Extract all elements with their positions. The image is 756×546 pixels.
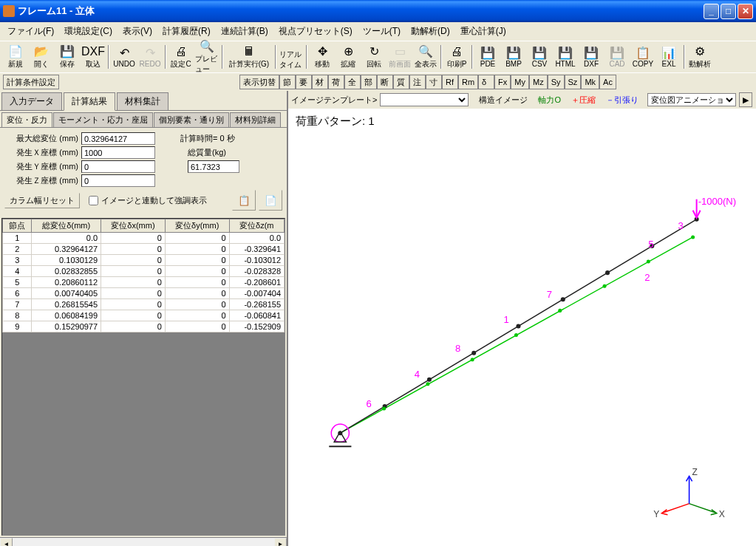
display-toggle-表示切替[interactable]: 表示切替 [239,75,279,89]
table-header[interactable]: 変位δz(m [229,219,284,233]
export-button-1[interactable]: 📋 [232,190,256,211]
display-toggle-Mk[interactable]: Mk [581,75,599,89]
display-toggle-Rf[interactable]: Rf [442,75,458,89]
display-toggle-要[interactable]: 要 [296,75,312,89]
h-scrollbar[interactable]: ◄ ► [0,537,287,546]
display-toggle-Fx[interactable]: Fx [494,75,511,89]
tab-材料集計[interactable]: 材料集計 [117,92,168,110]
display-toggle-Sy[interactable]: Sy [548,75,565,89]
display-toggle-My[interactable]: My [511,75,529,89]
column-reset-button[interactable]: カラム幅リセット [4,193,80,208]
y-coord-value[interactable] [81,160,155,173]
display-toggle-断[interactable]: 断 [377,75,393,89]
toolbar-リアルタイム[interactable]: リアルタイム [279,43,304,71]
results-table-container[interactable]: 節点総変位δ(mm)変位δx(mm)変位δy(mm)変位δz(m10.0000.… [1,218,285,536]
svg-point-16 [514,333,518,337]
toolbar-DXF[interactable]: 💾DXF [579,43,604,71]
toolbar-HTML[interactable]: 💾HTML [553,43,578,71]
table-row[interactable]: 10.0000.0 [3,233,285,244]
menu-item[interactable]: ファイル(F) [3,24,58,39]
tab-入力データ[interactable]: 入力データ [1,92,62,110]
toolbar-EXL[interactable]: 📊EXL [656,43,681,71]
display-toggle-Ac[interactable]: Ac [599,75,616,89]
display-toggle-注[interactable]: 注 [409,75,426,89]
secondary-toolbar: 計算条件設定 表示切替節要材荷全部断質注寸RfRmδFxMyMzSySzMkAc [0,72,756,91]
svg-line-24 [663,504,689,513]
toolbar-PDE[interactable]: 💾PDE [475,43,500,71]
toolbar-回転[interactable]: ↻回転 [361,43,386,71]
toolbar-動解析[interactable]: ⚙動解析 [687,43,712,71]
table-row[interactable]: 80.0608419900-0.060841 [3,310,285,321]
toolbar-設定C[interactable]: 🖨設定C [168,43,194,71]
toolbar-プレビュー[interactable]: 🔍プレビュー [194,43,219,71]
toolbar-新規[interactable]: 📄新規 [3,43,28,71]
menu-item[interactable]: 計算履歴(R) [158,24,215,39]
table-row[interactable]: 60.0074040500-0.007404 [3,288,285,299]
display-toggle-Sz[interactable]: Sz [565,75,582,89]
max-disp-value[interactable] [81,132,155,145]
display-toggle-質[interactable]: 質 [393,75,409,89]
toolbar-印刷P[interactable]: 🖨印刷P [444,43,469,71]
display-toggle-材[interactable]: 材 [312,75,328,89]
toolbar-移動[interactable]: ✥移動 [310,43,335,71]
max-disp-label: 最大総変位 (mm) [4,133,78,144]
close-button[interactable]: ✕ [738,4,753,19]
table-row[interactable]: 20.3296412700-0.329641 [3,244,285,255]
table-row[interactable]: 90.1529097700-0.152909 [3,321,285,332]
subtab-モーメント・応力・座屈[interactable]: モーメント・応力・座屈 [53,112,153,127]
menu-item[interactable]: 環境設定(C) [60,24,117,39]
display-toggle-Mz[interactable]: Mz [529,75,548,89]
subtab-変位・反力[interactable]: 変位・反力 [1,112,52,127]
table-header[interactable]: 変位δy(mm) [165,219,229,233]
z-coord-value[interactable] [81,174,155,187]
export-button-2[interactable]: 📄 [259,190,282,211]
toolbar-全表示[interactable]: 🔍全表示 [413,43,438,71]
table-row[interactable]: 50.2086011200-0.208601 [3,277,285,288]
scroll-left-button[interactable]: ◄ [0,538,13,546]
menu-item[interactable]: 表示(V) [118,24,157,39]
toolbar-COPY[interactable]: 📋COPY [630,43,655,71]
menu-item[interactable]: 重心計算(J) [456,24,511,39]
toolbar-UNDO[interactable]: ↶UNDO [112,43,137,71]
toolbar-CSV[interactable]: 💾CSV [527,43,552,71]
animation-select[interactable]: 変位図アニメーション表示 [647,93,736,106]
table-header[interactable]: 変位δx(mm) [101,219,166,233]
toolbar-計算実行(G)[interactable]: 🖩計算実行(G) [225,43,273,71]
x-coord-value[interactable] [81,146,155,159]
canvas[interactable]: 荷重パターン: 1 [288,109,756,546]
menu-item[interactable]: 視点プリセット(S) [274,24,357,39]
display-toggle-全[interactable]: 全 [344,75,361,89]
toolbar-拡縮[interactable]: ⊕拡縮 [336,43,361,71]
display-toggle-寸[interactable]: 寸 [426,75,442,89]
toolbar-保存[interactable]: 💾保存 [55,43,80,71]
play-button[interactable]: ▶ [739,92,752,107]
toolbar-取込[interactable]: DXF取込 [81,43,106,71]
maximize-button[interactable]: □ [721,4,736,19]
toolbar-開く[interactable]: 📂開く [29,43,54,71]
menu-item[interactable]: 連続計算(B) [217,24,273,39]
scroll-right-button[interactable]: ► [274,538,287,546]
menu-item[interactable]: 動解析(D) [406,24,454,39]
display-toggle-節[interactable]: 節 [279,75,296,89]
table-row[interactable]: 70.2681554500-0.268155 [3,299,285,310]
table-row[interactable]: 40.0283285500-0.028328 [3,266,285,277]
calc-settings-button[interactable]: 計算条件設定 [3,75,59,89]
table-header[interactable]: 節点 [3,219,32,233]
toolbar-BMP[interactable]: 💾BMP [501,43,526,71]
table-header[interactable]: 総変位δ(mm) [32,219,101,233]
menu-item[interactable]: ツール(T) [358,24,405,39]
subtab-材料別詳細[interactable]: 材料別詳細 [230,112,281,127]
x-coord-label: 発生Ｘ座標 (mm) [4,147,78,158]
tab-計算結果[interactable]: 計算結果 [64,92,115,111]
display-toggle-部[interactable]: 部 [361,75,377,89]
display-toggle-Rm[interactable]: Rm [458,75,478,89]
minimize-button[interactable]: _ [704,4,719,19]
display-toggle-荷[interactable]: 荷 [328,75,344,89]
template-select[interactable] [380,93,469,106]
table-row[interactable]: 30.103012900-0.103012 [3,255,285,266]
template-label: イメージテンプレート> [291,95,377,106]
display-toggle-δ[interactable]: δ [478,75,494,89]
mass-value[interactable] [188,160,239,173]
sync-checkbox[interactable] [89,196,98,205]
subtab-個別要素・通り別[interactable]: 個別要素・通り別 [154,112,229,127]
